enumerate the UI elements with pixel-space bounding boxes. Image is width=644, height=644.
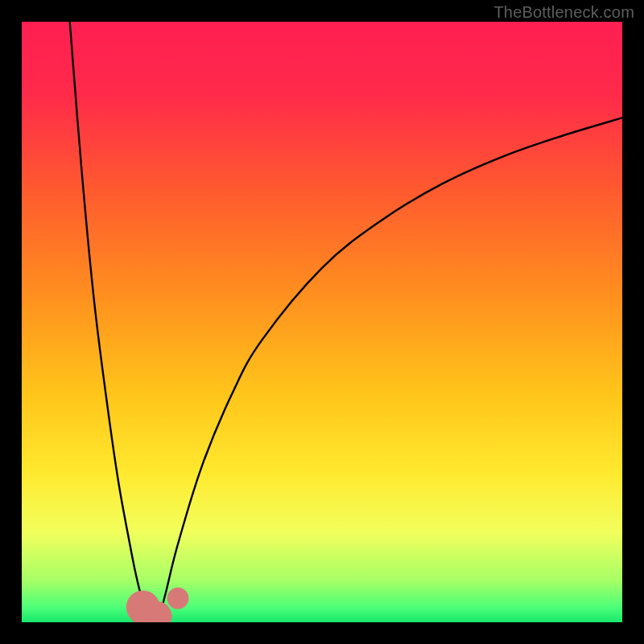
curve-left-branch	[70, 22, 154, 622]
watermark-text: TheBottleneck.com	[493, 3, 634, 22]
highlight-markers	[126, 588, 189, 622]
clip-dot	[167, 588, 189, 609]
plot-area	[22, 22, 622, 622]
curve-right-branch	[154, 118, 622, 622]
bottleneck-curve	[22, 22, 622, 622]
chart-frame: TheBottleneck.com	[0, 0, 644, 644]
